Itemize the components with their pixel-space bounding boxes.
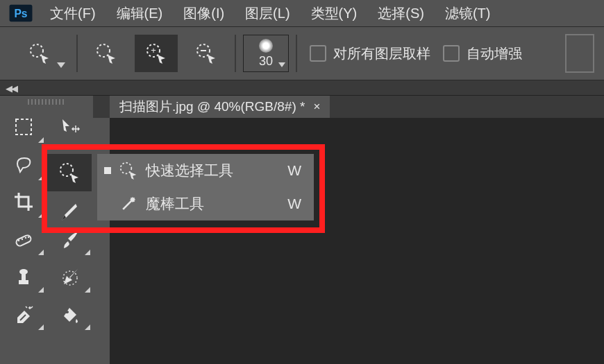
- crop-icon: [13, 191, 34, 212]
- flyout-shortcut: W: [287, 196, 301, 212]
- options-bar: 30 对所有图层取样 自动增强: [0, 26, 604, 80]
- collapse-arrows-icon: ◀◀: [6, 83, 17, 94]
- active-indicator-icon: [104, 167, 111, 174]
- quick-selection-icon: [29, 43, 50, 64]
- quick-select-tool[interactable]: [47, 154, 92, 191]
- sample-all-layers-check[interactable]: 对所有图层取样: [310, 44, 430, 63]
- menu-image[interactable]: 图像(I): [183, 4, 224, 23]
- dropdown-icon: [278, 62, 285, 67]
- svg-text:Ps: Ps: [14, 8, 27, 19]
- brush-preview-icon: [259, 39, 273, 53]
- add-selection-button[interactable]: [135, 35, 178, 72]
- quick-selection-icon: [119, 162, 137, 180]
- flyout-indicator-icon: [85, 250, 90, 255]
- tool-flyout-menu: 快速选择工具 W 魔棒工具 W: [97, 154, 314, 220]
- flyout-indicator-icon: [38, 175, 44, 180]
- flyout-indicator-icon: [85, 287, 90, 293]
- menu-select[interactable]: 选择(S): [378, 4, 424, 23]
- flyout-label: 魔棒工具: [146, 194, 279, 214]
- healing-tool[interactable]: [0, 220, 47, 258]
- bucket-tool[interactable]: [47, 295, 93, 333]
- quick-selection-plus-icon: [146, 43, 167, 64]
- menu-file[interactable]: 文件(F): [50, 4, 96, 23]
- flyout-indicator-icon: [38, 324, 44, 330]
- eyedropper-tool[interactable]: [47, 193, 92, 230]
- separator: [76, 35, 78, 72]
- move-icon: [60, 116, 81, 137]
- checkbox-icon: [310, 45, 326, 62]
- brush-size-picker[interactable]: 30: [243, 35, 289, 72]
- separator: [296, 35, 297, 72]
- flyout-indicator-icon: [85, 324, 90, 330]
- auto-enhance-check[interactable]: 自动增强: [443, 44, 522, 63]
- eraser-icon: [13, 304, 34, 324]
- document-tab[interactable]: 扫描图片.jpg @ 40%(RGB/8#) * ×: [110, 96, 330, 118]
- paint-bucket-icon: [60, 304, 81, 324]
- separator: [235, 35, 236, 72]
- panel-collapse-strip[interactable]: ◀◀: [0, 80, 604, 96]
- subtract-selection-button[interactable]: [185, 35, 228, 72]
- history-brush-icon: [60, 266, 81, 287]
- lasso-icon: [13, 154, 34, 175]
- brush-icon: [60, 229, 81, 250]
- marquee-tool[interactable]: [0, 108, 47, 146]
- marquee-icon: [13, 116, 34, 137]
- brush-size-value: 30: [259, 54, 273, 69]
- menu-bar: Ps 文件(F) 编辑(E) 图像(I) 图层(L) 类型(Y) 选择(S) 滤…: [0, 0, 604, 26]
- tool-preset-button[interactable]: [10, 35, 69, 72]
- flyout-shortcut: W: [287, 162, 301, 179]
- flyout-indicator-icon: [38, 250, 44, 255]
- flyout-indicator-icon: [38, 212, 44, 218]
- crop-tool[interactable]: [0, 183, 47, 220]
- new-selection-button[interactable]: [85, 35, 128, 72]
- bandage-icon: [13, 229, 34, 250]
- quick-selection-minus-icon: [196, 43, 217, 64]
- menu-edit[interactable]: 编辑(E): [117, 4, 163, 23]
- menu-type[interactable]: 类型(Y): [311, 4, 358, 23]
- move-tool[interactable]: [47, 108, 93, 146]
- check-label: 自动增强: [467, 44, 522, 63]
- quick-selection-icon: [59, 162, 80, 183]
- close-icon[interactable]: ×: [313, 100, 320, 114]
- eraser-tool[interactable]: [0, 295, 47, 333]
- flyout-indicator-icon: [38, 287, 44, 293]
- flyout-label: 快速选择工具: [146, 161, 279, 180]
- palette-grip[interactable]: [0, 96, 93, 108]
- eyedropper-icon: [59, 201, 80, 222]
- check-label: 对所有图层取样: [333, 44, 430, 63]
- flyout-item-quick-select[interactable]: 快速选择工具 W: [97, 154, 314, 187]
- app-logo-icon: Ps: [6, 3, 36, 23]
- document-title: 扫描图片.jpg @ 40%(RGB/8#) *: [119, 98, 305, 116]
- dropdown-icon: [57, 62, 65, 68]
- checkbox-icon: [443, 45, 460, 62]
- flyout-indicator-icon: [38, 137, 44, 143]
- flyout-item-magic-wand[interactable]: 魔棒工具 W: [97, 187, 314, 220]
- menu-filter[interactable]: 滤镜(T): [445, 4, 491, 23]
- lasso-tool[interactable]: [0, 146, 47, 183]
- options-extra-button[interactable]: [565, 34, 594, 73]
- stamp-icon: [13, 266, 34, 287]
- stamp-tool[interactable]: [0, 258, 47, 295]
- quick-selection-icon: [96, 43, 117, 64]
- magic-wand-icon: [119, 195, 137, 213]
- menu-layer[interactable]: 图层(L): [245, 4, 290, 23]
- history-brush-tool[interactable]: [47, 258, 93, 295]
